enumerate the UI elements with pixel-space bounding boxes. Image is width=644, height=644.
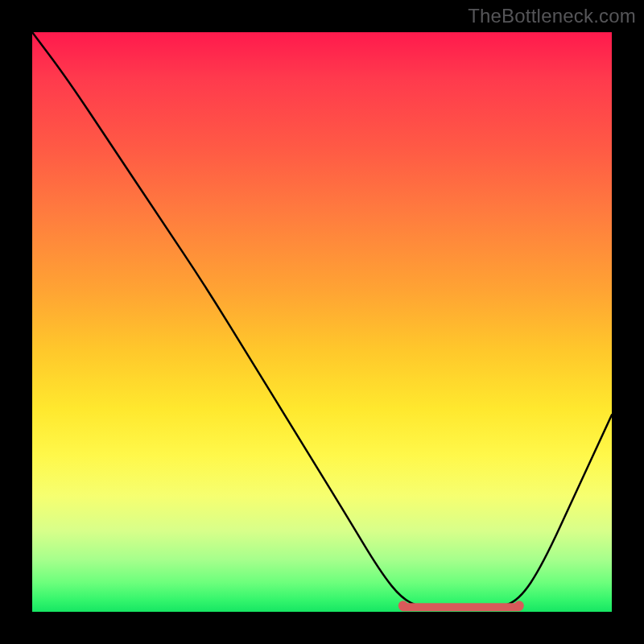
bottleneck-curve [32, 32, 612, 609]
watermark-text: TheBottleneck.com [468, 5, 636, 27]
gradient-plot-area [32, 32, 612, 612]
optimal-range-end-dot [514, 601, 524, 610]
optimal-range-start-dot [398, 601, 408, 610]
chart-svg [32, 32, 612, 612]
